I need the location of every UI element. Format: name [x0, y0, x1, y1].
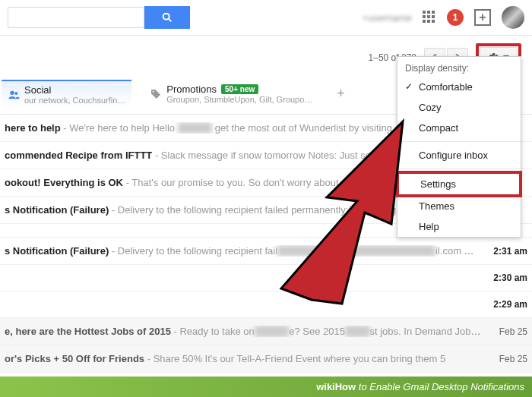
tab-social[interactable]: Social our network, Couchsurfin…: [2, 80, 131, 108]
mail-time: 2:30 am: [478, 273, 527, 283]
apps-icon[interactable]: [423, 11, 436, 24]
dropdown-header: Display density:: [397, 57, 521, 77]
caption-site: wikiHow: [316, 381, 356, 392]
mail-row[interactable]: s Notification (Failure) - Delivery to t…: [0, 238, 532, 265]
tag-icon: [150, 88, 162, 100]
search-button[interactable]: [144, 6, 190, 29]
mail-row[interactable]: or's Picks + 50 Off for Friends - Share …: [0, 345, 532, 373]
divider: [397, 141, 521, 142]
density-cozy[interactable]: Cozy: [397, 97, 521, 118]
topbar-right: +username 1 +: [363, 6, 524, 29]
mail-time: Feb 25: [484, 354, 527, 364]
top-bar: +username 1 +: [0, 0, 532, 36]
help-item[interactable]: Help: [397, 216, 521, 237]
svg-point-2: [10, 90, 14, 94]
density-compact[interactable]: Compact: [397, 118, 521, 138]
density-comfortable[interactable]: Comfortable: [397, 77, 521, 97]
mail-time: Feb 25: [484, 326, 527, 337]
tab-add-button[interactable]: +: [331, 86, 351, 102]
tab-promotions-sub: Groupon, StumbleUpon, Gilt, Groupo…: [166, 95, 312, 104]
caption-bar: wikiHow to Enable Gmail Desktop Notifica…: [0, 377, 532, 397]
settings-item[interactable]: Settings: [399, 174, 519, 194]
search-box: [8, 6, 363, 29]
people-icon: [8, 89, 20, 101]
new-badge: 50+ new: [221, 84, 258, 94]
svg-line-1: [169, 19, 172, 22]
tab-social-sub: our network, Couchsurfin…: [24, 96, 125, 105]
search-icon: [161, 11, 173, 24]
themes-item[interactable]: Themes: [397, 196, 521, 216]
settings-dropdown: Display density: Comfortable Cozy Compac…: [397, 56, 521, 238]
svg-point-4: [153, 90, 154, 92]
tab-promotions[interactable]: Promotions 50+ new Groupon, StumbleUpon,…: [144, 80, 318, 107]
caption-text: to Enable Gmail Desktop Notifications: [356, 381, 524, 392]
divider: [397, 169, 521, 169]
configure-inbox[interactable]: Configure inbox: [397, 145, 521, 165]
mail-row[interactable]: 2:29 am: [0, 291, 532, 318]
mail-time: 2:29 am: [478, 299, 527, 310]
mail-time: 2:31 am: [478, 246, 527, 257]
search-input[interactable]: [8, 7, 144, 28]
tab-promotions-label: Promotions: [166, 83, 217, 95]
svg-point-3: [14, 92, 17, 95]
mail-row[interactable]: 2:30 am: [0, 265, 532, 291]
google-plus-name[interactable]: +username: [363, 12, 412, 24]
notifications-badge[interactable]: 1: [447, 9, 464, 26]
tab-social-label: Social: [24, 84, 125, 96]
share-icon[interactable]: +: [474, 9, 491, 26]
mail-row[interactable]: e, here are the Hottest Jobs of 2015 - R…: [0, 318, 532, 345]
svg-point-0: [163, 14, 169, 20]
settings-highlight: Settings: [396, 171, 522, 197]
avatar[interactable]: [502, 6, 524, 29]
